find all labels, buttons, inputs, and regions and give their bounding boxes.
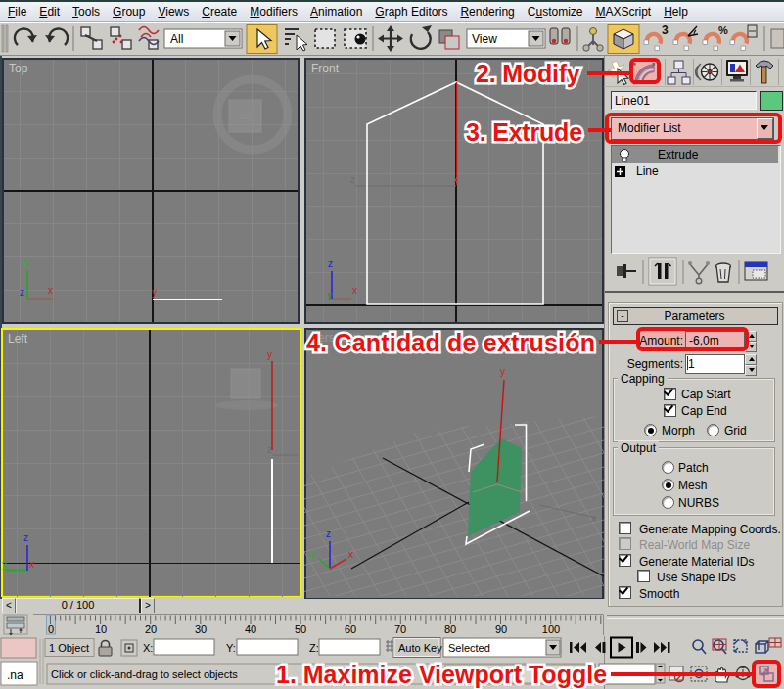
svg-text:All: All [170, 32, 183, 46]
svg-text:X:: X: [143, 642, 153, 654]
svg-text:y: y [267, 349, 272, 360]
svg-text:y: y [2, 559, 7, 570]
svg-text:x: x [48, 285, 53, 296]
svg-text:3D: 3D [240, 112, 252, 121]
svg-text:.na: .na [7, 668, 23, 682]
svg-text:0: 0 [48, 623, 54, 635]
svg-text:x: x [453, 174, 458, 185]
svg-text:%: % [718, 24, 728, 36]
svg-text:x: x [352, 285, 357, 296]
svg-text:Left: Left [8, 332, 28, 345]
svg-text:Top: Top [9, 62, 28, 75]
svg-text:y: y [500, 366, 505, 377]
svg-text:z: z [326, 528, 331, 539]
svg-text:z: z [23, 532, 28, 543]
svg-text:x: x [29, 559, 34, 570]
svg-text:100: 100 [542, 623, 560, 635]
svg-text:3: 3 [662, 23, 669, 37]
svg-text:20: 20 [145, 623, 157, 635]
svg-text:80: 80 [444, 623, 456, 635]
svg-text:Front: Front [311, 62, 340, 75]
svg-text:z: z [267, 444, 272, 455]
svg-text:x: x [591, 513, 596, 524]
svg-text:y: y [328, 290, 333, 300]
svg-text:30: 30 [195, 623, 207, 635]
svg-text:Z:: Z: [309, 642, 319, 654]
svg-text:x: x [348, 549, 353, 560]
svg-text:90: 90 [495, 623, 507, 635]
svg-text:y: y [152, 287, 157, 298]
svg-text:10: 10 [95, 623, 107, 635]
svg-text:Selected: Selected [448, 642, 490, 654]
svg-text:z: z [350, 174, 355, 185]
svg-text:Auto Key: Auto Key [398, 642, 442, 654]
svg-text:50: 50 [295, 623, 306, 635]
svg-text:70: 70 [394, 623, 406, 635]
svg-text:y: y [23, 257, 28, 268]
svg-text:60: 60 [345, 623, 356, 635]
svg-text:Click or click-and-drag to sel: Click or click-and-drag to select object… [51, 668, 238, 680]
svg-text:Y:: Y: [226, 642, 236, 654]
svg-text:40: 40 [245, 623, 256, 635]
svg-text:z: z [20, 287, 24, 298]
svg-text:1 Object: 1 Object [49, 642, 89, 654]
svg-text:View: View [472, 32, 497, 46]
svg-text:y: y [310, 548, 315, 559]
svg-text:z: z [328, 258, 333, 269]
